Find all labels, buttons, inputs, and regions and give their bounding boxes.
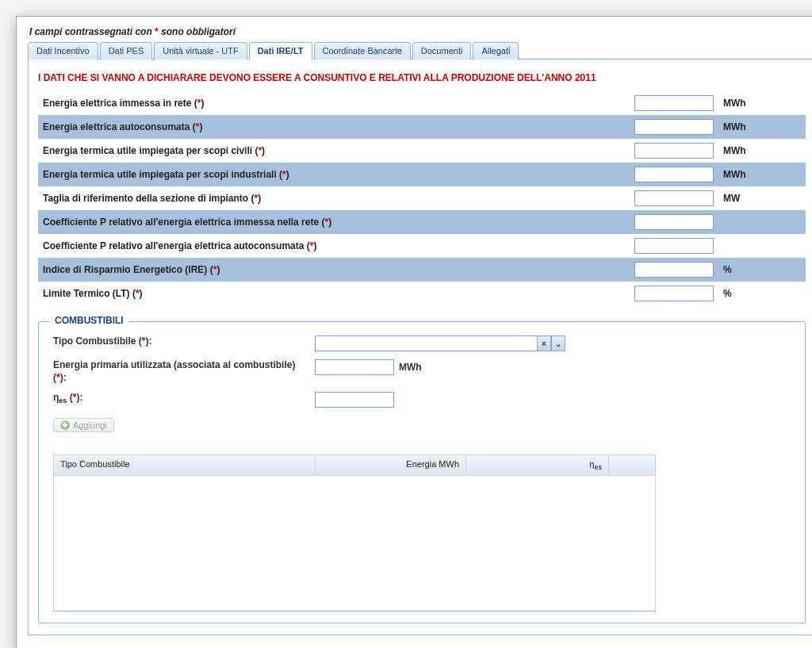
tab-dati-incentivo[interactable]: Dati Incentivo [28,42,98,59]
energia-primaria-unit: MWh [399,362,422,373]
chevron-down-icon: ⌄ [555,339,561,348]
grid-col-eta[interactable]: ηes [466,455,609,475]
field-label: Energia termica utile impiegata per scop… [43,169,277,180]
tab-bar: Dati Incentivo Dati PES Unità virtuale -… [28,41,812,59]
energia-termica-industriali-input[interactable] [634,167,714,182]
grid-header: Tipo Combustibile Energia MWh ηes [54,455,655,476]
form-window: I campi contrassegnati con * sono obblig… [16,16,812,648]
field-row: Coefficiente P relativo all'energia elet… [38,234,806,258]
field-row: Energia termica utile impiegata per scop… [38,163,806,186]
energia-autoconsumata-input[interactable] [634,119,714,135]
unit-label: MWh [718,163,806,186]
tipo-combustibile-combo: × ⌄ [315,336,565,351]
unit-label [718,234,806,258]
field-label: Taglia di riferimento della sezione di i… [43,193,248,204]
unit-label: MWh [718,91,806,115]
fields-table: Energia elettrica immessa in rete (*) MW… [38,91,806,305]
field-label: Limite Termico (LT) [43,288,130,299]
aggiungi-button-label: Aggiungi [73,420,107,430]
tab-unita-virtuale-utf[interactable]: Unità virtuale - UTF [154,42,247,59]
field-row: Indice di Risparmio Energetico (IRE) (*)… [38,258,806,282]
combustibili-grid: Tipo Combustibile Energia MWh ηes [53,454,656,612]
unit-label [718,210,806,234]
tab-coordinate-bancarie[interactable]: Coordinate Bancarie [314,42,411,59]
required-note-post: sono obbligatori [159,26,236,37]
field-label: Energia termica utile impiegata per scop… [43,145,252,156]
warning-text: I DATI CHE SI VANNO A DICHIARARE DEVONO … [38,67,806,91]
coefficiente-p-autoconsumata-input[interactable] [634,238,714,254]
field-row: Limite Termico (LT) (*) % [38,282,806,305]
aggiungi-button[interactable]: Aggiungi [53,418,114,432]
field-row: Coefficiente P relativo all'energia elet… [38,210,806,234]
energia-primaria-row: Energia primaria utilizzata (associata a… [53,355,791,388]
field-row: Energia elettrica autoconsumata (*) MWh [38,115,806,139]
plus-icon [60,420,70,430]
tab-documenti[interactable]: Documenti [412,42,472,59]
field-label: Energia elettrica autoconsumata [43,121,190,132]
unit-label: MWh [718,115,806,139]
energia-primaria-label: Energia primaria utilizzata (associata a… [53,359,295,370]
tipo-combustibile-label: Tipo Combustibile [53,336,136,347]
combustibili-fieldset: COMBUSTIBILI Tipo Combustibile (*): × ⌄ … [38,321,806,623]
field-label: Coefficiente P relativo all'energia elet… [43,240,304,251]
close-icon: × [542,339,546,348]
eta-es-input[interactable] [315,392,394,408]
unit-label: % [718,258,806,282]
field-label: Energia elettrica immessa in rete [43,98,191,109]
ire-input[interactable] [634,262,714,278]
tipo-combustibile-row: Tipo Combustibile (*): × ⌄ [53,332,791,355]
field-row: Energia elettrica immessa in rete (*) MW… [38,91,806,115]
required-note-pre: I campi contrassegnati con [29,26,155,37]
eta-es-label-sub: es [59,397,67,405]
energia-immessa-input[interactable] [634,95,714,111]
grid-body [54,476,655,611]
lt-input[interactable] [634,286,714,301]
grid-col-tipo[interactable]: Tipo Combustibile [54,455,316,475]
tipo-combustibile-input[interactable] [315,336,537,351]
tab-dati-pes[interactable]: Dati PES [100,42,153,59]
field-row: Energia termica utile impiegata per scop… [38,139,806,163]
energia-termica-civili-input[interactable] [634,143,714,159]
field-label: Indice di Risparmio Energetico (IRE) [43,264,207,275]
field-row: Taglia di riferimento della sezione di i… [38,186,806,210]
required-note: I campi contrassegnati con * sono obblig… [28,25,812,41]
tab-dati-ire-lt[interactable]: Dati IRE/LT [249,42,312,59]
coefficiente-p-immessa-input[interactable] [634,214,714,230]
energia-primaria-input[interactable] [315,359,394,375]
combo-clear-button[interactable]: × [537,336,551,351]
grid-col-actions [609,455,655,475]
unit-label: MW [718,186,806,210]
fieldset-legend: COMBUSTIBILI [50,315,128,326]
unit-label: MWh [718,139,806,163]
tab-allegati[interactable]: Allegati [473,42,519,59]
taglia-riferimento-input[interactable] [634,190,714,206]
eta-es-row: ηes (*): [53,388,791,412]
field-label: Coefficiente P relativo all'energia elet… [43,217,319,228]
tab-panel: I DATI CHE SI VANNO A DICHIARARE DEVONO … [28,59,812,635]
grid-col-energia[interactable]: Energia MWh [316,455,466,475]
unit-label: % [718,282,806,305]
combo-dropdown-button[interactable]: ⌄ [551,336,565,351]
